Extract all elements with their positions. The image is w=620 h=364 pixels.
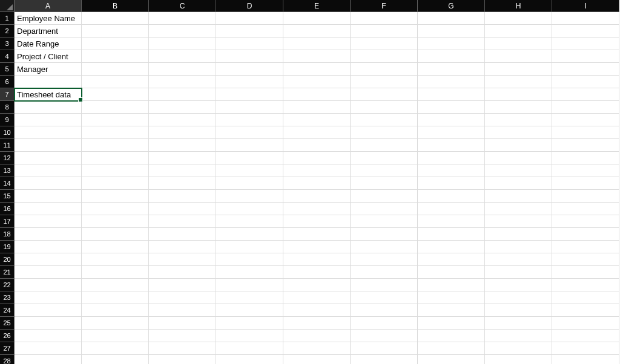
cell-B23[interactable]: [82, 291, 149, 304]
cell-H21[interactable]: [485, 266, 552, 279]
cell-A9[interactable]: [15, 114, 82, 126]
cell-E21[interactable]: [283, 266, 351, 279]
cell-B17[interactable]: [82, 215, 149, 228]
cell-G4[interactable]: [418, 50, 485, 63]
cell-D19[interactable]: [216, 241, 283, 253]
cell-D18[interactable]: [216, 228, 283, 241]
cell-G19[interactable]: [418, 241, 485, 253]
cell-C2[interactable]: [149, 25, 216, 37]
cell-G8[interactable]: [418, 101, 485, 114]
cell-H20[interactable]: [485, 253, 552, 266]
cell-D6[interactable]: [216, 76, 283, 88]
col-header-F[interactable]: F: [351, 0, 418, 12]
cell-F10[interactable]: [351, 126, 418, 139]
cell-C12[interactable]: [149, 152, 216, 164]
cell-I2[interactable]: [552, 25, 619, 37]
cell-C13[interactable]: [149, 164, 216, 177]
cell-C20[interactable]: [149, 253, 216, 266]
cell-F22[interactable]: [351, 279, 418, 291]
cell-C14[interactable]: [149, 177, 216, 190]
cell-E10[interactable]: [283, 126, 351, 139]
cell-A21[interactable]: [15, 266, 82, 279]
cell-H26[interactable]: [485, 330, 552, 342]
cell-E1[interactable]: [283, 12, 351, 25]
cell-B18[interactable]: [82, 228, 149, 241]
cell-I15[interactable]: [552, 190, 619, 203]
cell-E8[interactable]: [283, 101, 351, 114]
cell-F20[interactable]: [351, 253, 418, 266]
col-header-E[interactable]: E: [283, 0, 351, 12]
cell-I20[interactable]: [552, 253, 619, 266]
cell-C26[interactable]: [149, 330, 216, 342]
cell-C23[interactable]: [149, 291, 216, 304]
cell-E11[interactable]: [283, 139, 351, 152]
col-header-G[interactable]: G: [418, 0, 485, 12]
cell-F9[interactable]: [351, 114, 418, 126]
cell-B27[interactable]: [82, 342, 149, 355]
row-header-2[interactable]: 2: [0, 25, 15, 37]
cell-G23[interactable]: [418, 291, 485, 304]
cell-D7[interactable]: [216, 88, 283, 101]
cell-B15[interactable]: [82, 190, 149, 203]
cell-A4[interactable]: Project / Client: [15, 50, 82, 63]
cell-A17[interactable]: [15, 215, 82, 228]
cell-C15[interactable]: [149, 190, 216, 203]
cell-B3[interactable]: [82, 37, 149, 50]
cell-E4[interactable]: [283, 50, 351, 63]
cell-D12[interactable]: [216, 152, 283, 164]
cell-D21[interactable]: [216, 266, 283, 279]
cell-D2[interactable]: [216, 25, 283, 37]
cell-F3[interactable]: [351, 37, 418, 50]
cell-C18[interactable]: [149, 228, 216, 241]
cell-F18[interactable]: [351, 228, 418, 241]
cell-G20[interactable]: [418, 253, 485, 266]
cell-H17[interactable]: [485, 215, 552, 228]
cell-A12[interactable]: [15, 152, 82, 164]
cell-D14[interactable]: [216, 177, 283, 190]
cell-H8[interactable]: [485, 101, 552, 114]
cell-H6[interactable]: [485, 76, 552, 88]
row-header-6[interactable]: 6: [0, 76, 15, 88]
cell-F6[interactable]: [351, 76, 418, 88]
row-header-8[interactable]: 8: [0, 101, 15, 114]
cell-A20[interactable]: [15, 253, 82, 266]
cell-A3[interactable]: Date Range: [15, 37, 82, 50]
cell-G12[interactable]: [418, 152, 485, 164]
cell-F13[interactable]: [351, 164, 418, 177]
cell-G27[interactable]: [418, 342, 485, 355]
cell-E2[interactable]: [283, 25, 351, 37]
cell-I1[interactable]: [552, 12, 619, 25]
cell-A8[interactable]: [15, 101, 82, 114]
cell-B24[interactable]: [82, 304, 149, 317]
cell-E6[interactable]: [283, 76, 351, 88]
cell-F4[interactable]: [351, 50, 418, 63]
cell-D28[interactable]: [216, 355, 283, 364]
row-header-21[interactable]: 21: [0, 266, 15, 279]
row-header-12[interactable]: 12: [0, 152, 15, 164]
cell-D27[interactable]: [216, 342, 283, 355]
cell-A27[interactable]: [15, 342, 82, 355]
cell-E3[interactable]: [283, 37, 351, 50]
cell-D9[interactable]: [216, 114, 283, 126]
cell-F11[interactable]: [351, 139, 418, 152]
cell-E26[interactable]: [283, 330, 351, 342]
cell-B7[interactable]: [82, 88, 149, 101]
spreadsheet-grid[interactable]: A B C D E F G H I 1Employee Name2Departm…: [0, 0, 620, 364]
col-header-C[interactable]: C: [149, 0, 216, 12]
cell-E19[interactable]: [283, 241, 351, 253]
cell-D25[interactable]: [216, 317, 283, 330]
cell-E5[interactable]: [283, 63, 351, 76]
cell-I14[interactable]: [552, 177, 619, 190]
row-header-11[interactable]: 11: [0, 139, 15, 152]
cell-I28[interactable]: [552, 355, 619, 364]
cell-G10[interactable]: [418, 126, 485, 139]
row-header-19[interactable]: 19: [0, 241, 15, 253]
row-header-3[interactable]: 3: [0, 37, 15, 50]
col-header-B[interactable]: B: [82, 0, 149, 12]
cell-C4[interactable]: [149, 50, 216, 63]
cell-D10[interactable]: [216, 126, 283, 139]
cell-A22[interactable]: [15, 279, 82, 291]
cell-H2[interactable]: [485, 25, 552, 37]
col-header-H[interactable]: H: [485, 0, 552, 12]
cell-B20[interactable]: [82, 253, 149, 266]
